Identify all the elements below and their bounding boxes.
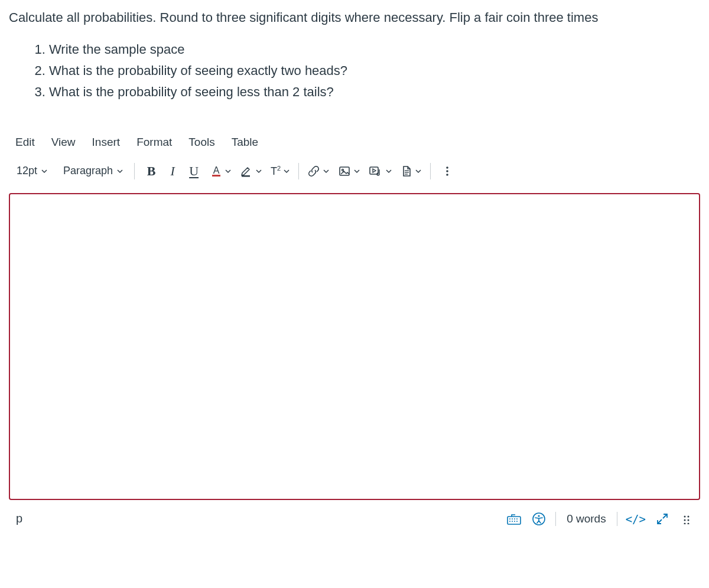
question-item-1: Write the sample space [49, 39, 700, 60]
svg-text:A: A [213, 165, 220, 175]
menu-tools[interactable]: Tools [185, 135, 218, 150]
fontsize-select[interactable]: 12pt [12, 162, 53, 181]
accessibility-button[interactable] [531, 511, 547, 527]
svg-point-18 [512, 521, 513, 522]
menu-insert[interactable]: Insert [89, 135, 124, 150]
blocktype-select[interactable]: Paragraph [58, 162, 128, 181]
highlight-button[interactable] [238, 162, 265, 181]
svg-point-27 [684, 519, 686, 521]
svg-point-28 [688, 519, 690, 521]
chevron-down-icon [353, 168, 360, 175]
underline-button[interactable]: U [183, 162, 204, 181]
menu-edit[interactable]: Edit [12, 135, 38, 150]
svg-point-15 [514, 518, 515, 520]
editor-toolbar: 12pt Paragraph B I U A [9, 156, 700, 190]
bold-button[interactable]: B [141, 162, 162, 181]
svg-point-14 [512, 518, 513, 520]
italic-icon: I [170, 164, 174, 179]
toolbar-divider [430, 163, 431, 179]
link-button[interactable] [305, 162, 332, 181]
menu-view[interactable]: View [48, 135, 79, 150]
more-vertical-icon [441, 165, 453, 178]
editor-content-area[interactable] [9, 193, 700, 500]
svg-rect-12 [508, 517, 521, 524]
textcolor-icon: A [210, 165, 222, 178]
media-icon [369, 165, 383, 178]
fontsize-label: 12pt [17, 165, 37, 177]
accessibility-icon [532, 512, 546, 526]
svg-line-24 [658, 520, 662, 524]
svg-point-26 [688, 515, 690, 517]
link-icon [307, 165, 320, 178]
svg-point-10 [446, 170, 448, 172]
chevron-down-icon [41, 168, 48, 175]
keyboard-icon [506, 512, 522, 526]
italic-button[interactable]: I [162, 162, 183, 181]
highlight-icon [240, 165, 253, 178]
svg-point-13 [509, 518, 510, 520]
question-item-2: What is the probability of seeing exactl… [49, 60, 700, 81]
svg-line-23 [663, 514, 667, 518]
question-list: Write the sample space What is the proba… [9, 39, 700, 103]
image-button[interactable] [336, 162, 363, 181]
svg-point-30 [688, 522, 690, 524]
editor-statusbar: p [9, 500, 700, 530]
chevron-down-icon [225, 168, 232, 175]
chevron-down-icon [283, 168, 290, 175]
rich-text-editor: Edit View Insert Format Tools Table 12pt… [9, 130, 700, 530]
blocktype-label: Paragraph [63, 165, 113, 177]
bold-icon: B [147, 164, 156, 179]
superscript-button[interactable]: T2 [268, 162, 292, 181]
chevron-down-icon [415, 168, 422, 175]
drag-handle-icon [682, 514, 692, 524]
status-divider [555, 512, 556, 526]
menu-format[interactable]: Format [133, 135, 175, 150]
element-path[interactable]: p [16, 512, 506, 525]
textcolor-button[interactable]: A [208, 162, 234, 181]
keyboard-button[interactable] [506, 511, 522, 527]
svg-point-29 [684, 522, 686, 524]
svg-rect-2 [242, 175, 250, 177]
resize-handle[interactable] [679, 511, 695, 527]
svg-point-11 [446, 174, 448, 176]
question-item-3: What is the probability of seeing less t… [49, 81, 700, 103]
chevron-down-icon [255, 168, 262, 175]
chevron-down-icon [323, 168, 330, 175]
fullscreen-button[interactable] [654, 511, 671, 527]
expand-icon [656, 512, 669, 525]
question-prompt: Calculate all probabilities. Round to th… [9, 9, 700, 27]
html-view-button[interactable]: </> [626, 512, 646, 525]
status-divider [617, 512, 617, 526]
svg-point-9 [446, 166, 448, 169]
svg-point-22 [538, 515, 540, 517]
document-button[interactable] [398, 162, 424, 181]
media-button[interactable] [366, 162, 395, 181]
editor-menubar: Edit View Insert Format Tools Table [9, 130, 700, 156]
toolbar-divider [134, 163, 135, 179]
more-button[interactable] [437, 162, 458, 181]
chevron-down-icon [385, 168, 392, 175]
svg-point-16 [516, 518, 518, 520]
menu-table[interactable]: Table [228, 135, 262, 150]
svg-point-20 [516, 521, 518, 522]
word-count[interactable]: 0 words [564, 512, 609, 525]
svg-point-17 [509, 521, 510, 522]
toolbar-divider [298, 163, 299, 179]
superscript-icon: T2 [271, 165, 281, 178]
svg-point-25 [684, 515, 686, 517]
svg-rect-1 [212, 175, 220, 177]
chevron-down-icon [116, 168, 123, 175]
underline-icon: U [189, 164, 199, 179]
image-icon [338, 165, 351, 178]
document-icon [401, 165, 412, 178]
svg-point-19 [514, 521, 515, 522]
svg-point-4 [342, 169, 344, 171]
